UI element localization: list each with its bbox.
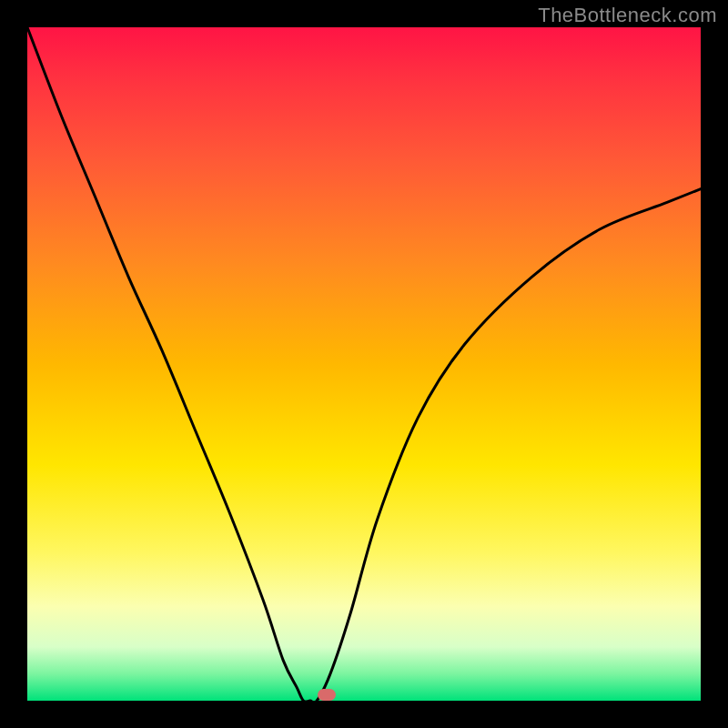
minimum-marker (318, 689, 336, 701)
bottleneck-curve (27, 27, 701, 701)
watermark-text: TheBottleneck.com (538, 4, 717, 27)
curve-path (27, 27, 701, 701)
plot-area (27, 27, 701, 701)
